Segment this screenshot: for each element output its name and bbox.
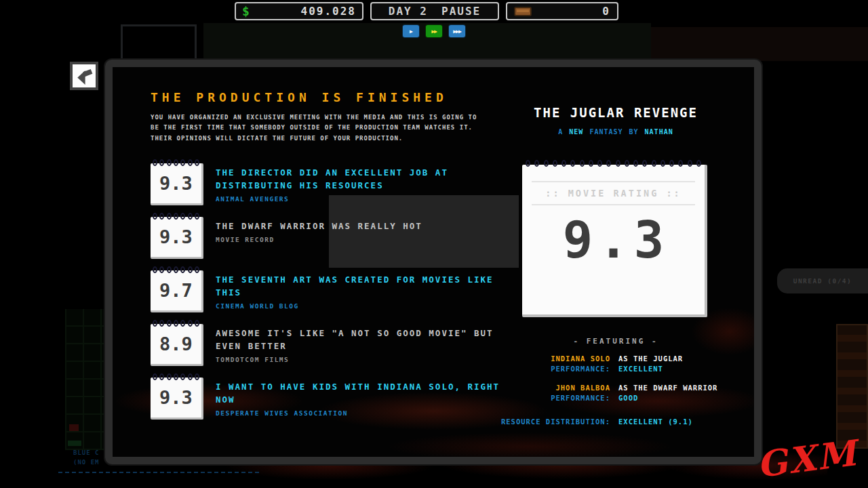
spiral-ring: [174, 266, 178, 273]
review-item: 9.7THE SEVENTH ART WAS CREATED FOR MOVIE…: [151, 268, 530, 312]
review-rating: 9.7: [151, 270, 201, 310]
faint-text-line: (NO EM: [73, 458, 100, 467]
movie-title: THE JUGLAR REVENGE: [514, 105, 717, 120]
spiral-ring: [188, 159, 193, 166]
play-icon: ▶: [410, 28, 412, 35]
money-value: 409.028: [301, 5, 356, 18]
movie-subtitle-word: BY: [629, 128, 639, 136]
cast-name: INDIANA SOLO: [395, 354, 610, 363]
fast-forward-icon: ▶▶: [431, 28, 437, 35]
spiral-ring: [167, 159, 172, 166]
review-quote: AWESOME IT'S LIKE "A NOT SO GOOD MOVIE" …: [216, 327, 514, 353]
couch-icon: [514, 7, 532, 16]
spiral-ring: [660, 160, 665, 167]
spiral-ring: [544, 160, 549, 167]
spiral-ring: [625, 160, 629, 167]
spiral-ring: [534, 160, 539, 167]
review-rating: 8.9: [151, 324, 201, 364]
background-dashed-line: [58, 472, 259, 473]
spiral-ring: [580, 160, 585, 167]
spiral-ring: [153, 373, 157, 380]
spiral-ring: [669, 160, 674, 167]
spiral-ring: [616, 160, 620, 167]
featuring-heading: - FEATURING -: [514, 337, 717, 346]
spiral-ring: [153, 159, 157, 166]
movie-rating-label: :: MOVIE RATING ::: [522, 188, 705, 199]
performance-value: EXCELLENT: [618, 365, 754, 373]
spiral-ring: [188, 373, 193, 380]
spiral-binding: [153, 159, 199, 166]
spiral-ring: [180, 266, 185, 273]
spiral-binding: [526, 160, 701, 167]
review-rating: 9.3: [151, 163, 201, 203]
day-label: DAY 2: [389, 5, 428, 18]
spiral-ring: [553, 160, 557, 167]
spiral-ring: [633, 160, 638, 167]
spiral-ring: [167, 373, 172, 380]
pause-label: PAUSE: [441, 5, 481, 18]
movie-subtitle-word: A: [558, 128, 563, 136]
spiral-ring: [642, 160, 647, 167]
speed-play-button[interactable]: ▶: [402, 24, 420, 38]
spiral-ring: [159, 159, 164, 166]
production-finished-dialog: THE PRODUCTION IS FINISHED YOU HAVE ORGA…: [105, 60, 762, 464]
review-text: THE DWARF WARRIOR WAS REALLY HOTMOVIE RE…: [216, 214, 422, 243]
spiral-ring: [195, 320, 199, 327]
review-text: THE SEVENTH ART WAS CREATED FOR MOVIES L…: [216, 268, 514, 310]
cast-role: AS THE DWARF WARRIOR: [618, 384, 754, 392]
day-panel: DAY 2 PAUSE: [370, 2, 499, 20]
spiral-ring: [188, 320, 193, 327]
spiral-ring: [174, 373, 178, 380]
featuring-grid: INDIANA SOLOAS THE JUGLARPERFORMANCE:EXC…: [395, 354, 754, 426]
spiral-ring: [180, 320, 185, 327]
back-arrow-icon: [75, 67, 93, 85]
speed-fast-button[interactable]: ▶▶: [425, 24, 443, 38]
dialog-content: THE PRODUCTION IS FINISHED YOU HAVE ORGA…: [113, 67, 754, 457]
review-source: MOVIE RECORD: [216, 236, 422, 243]
unread-messages-tab[interactable]: UNREAD (0/4): [777, 268, 868, 293]
rating-divider-bottom: [532, 204, 695, 205]
featuring-spacer: [395, 375, 754, 382]
money-panel: $ 409.028: [235, 2, 363, 20]
fastest-forward-icon: ▶▶▶: [453, 28, 460, 35]
spiral-ring: [180, 159, 185, 166]
spiral-ring: [678, 160, 683, 167]
back-button[interactable]: [70, 62, 98, 90]
spiral-ring: [561, 160, 566, 167]
spiral-ring: [589, 160, 593, 167]
featuring-spacer: [395, 404, 754, 411]
spiral-ring: [688, 160, 692, 167]
audience-count: 0: [602, 5, 610, 18]
audience-panel: 0: [506, 2, 618, 20]
chart-green-bar: [68, 441, 81, 446]
spiral-ring: [180, 373, 185, 380]
movie-subtitle-word: NATHAN: [645, 128, 673, 136]
spiral-ring: [606, 160, 611, 167]
spiral-ring: [153, 266, 157, 273]
movie-rating-value: 9.3: [522, 215, 705, 265]
review-quote: THE SEVENTH ART WAS CREATED FOR MOVIES L…: [216, 274, 514, 300]
spiral-ring: [180, 213, 185, 220]
review-score-card: 8.9: [151, 324, 203, 366]
speed-fastest-button[interactable]: ▶▶▶: [448, 24, 466, 38]
cast-name: JHON BALBOA: [395, 384, 610, 392]
review-score-card: 9.3: [151, 217, 203, 259]
review-text: THE DIRECTOR DID AN EXCELLENT JOB AT DIS…: [216, 161, 514, 203]
review-item: 9.3THE DIRECTOR DID AN EXCELLENT JOB AT …: [151, 161, 530, 205]
dialog-description: YOU HAVE ORGANIZED AN EXCLUSIVE MEETING …: [151, 113, 490, 144]
money-icon: $: [242, 4, 250, 18]
review-score-card: 9.3: [151, 378, 203, 420]
review-quote: THE DIRECTOR DID AN EXCELLENT JOB AT DIS…: [216, 167, 514, 192]
movie-subtitle-word: FANTASY: [589, 128, 623, 136]
vending-machine: [836, 324, 868, 449]
spiral-ring: [159, 320, 164, 327]
spiral-binding: [153, 373, 199, 380]
spiral-ring: [570, 160, 575, 167]
spiral-ring: [652, 160, 656, 167]
spiral-ring: [526, 160, 530, 167]
cast-role: AS THE JUGLAR: [618, 354, 754, 363]
spiral-ring: [167, 266, 172, 273]
background-faint-text: BLUE C (NO EM: [73, 448, 100, 468]
review-rating: 9.3: [151, 378, 201, 418]
rating-divider-top: [532, 181, 695, 182]
